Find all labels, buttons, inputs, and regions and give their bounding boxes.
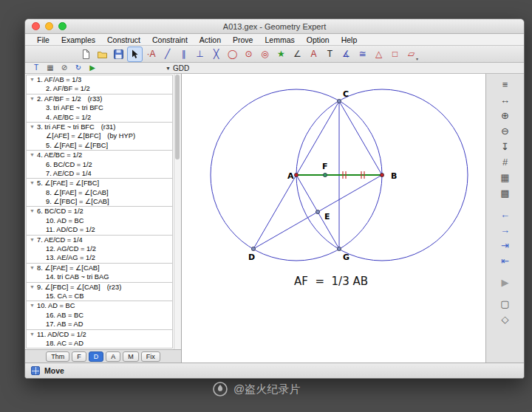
- collapse-icon[interactable]: ▼: [30, 301, 37, 310]
- undo-icon[interactable]: ←: [497, 207, 514, 221]
- diamond-icon[interactable]: ◇: [497, 312, 514, 326]
- list-icon[interactable]: ▦: [45, 63, 55, 73]
- collapse-icon[interactable]: ▼: [30, 264, 37, 272]
- zoom-window-button[interactable]: [58, 22, 66, 30]
- menu-lemmas[interactable]: Lemmas: [259, 35, 300, 44]
- point-f[interactable]: [323, 173, 327, 176]
- proof-step[interactable]: 5. ∠[FAE] = ∠[FBC]: [27, 141, 172, 150]
- point-b[interactable]: [380, 173, 383, 176]
- tree-scrollbar[interactable]: [174, 74, 181, 349]
- label-tool[interactable]: A: [306, 47, 321, 62]
- menu-examples[interactable]: Examples: [55, 35, 101, 44]
- step-end-icon[interactable]: ⇥: [497, 238, 514, 252]
- menu-help[interactable]: Help: [335, 35, 364, 44]
- proof-node[interactable]: ▼9. ∠[FBC] = ∠[CAB](r23): [27, 283, 172, 292]
- refresh-icon[interactable]: ↻: [73, 63, 83, 73]
- point-e[interactable]: [316, 210, 319, 213]
- conclusion-text[interactable]: AF = 1/3 AB: [294, 275, 368, 288]
- move-canvas-icon[interactable]: ↔: [497, 93, 514, 106]
- select-tool[interactable]: [127, 47, 143, 62]
- point-g[interactable]: [337, 247, 341, 250]
- open-file-icon[interactable]: [95, 47, 110, 62]
- segment[interactable]: [339, 101, 382, 175]
- proof-step[interactable]: 7. AE/CD = 1/4: [27, 169, 172, 178]
- polygon-tool[interactable]: ★: [273, 47, 289, 62]
- tab-thm[interactable]: Thm: [46, 351, 69, 362]
- proof-node[interactable]: ▼1. AF/AB = 1/3: [27, 75, 172, 84]
- proof-node[interactable]: ▼11. AD/CD = 1/2: [27, 330, 172, 339]
- geometry-canvas[interactable]: AF = 1/3 AB ABCFEDG: [182, 74, 485, 363]
- circle-center-tool[interactable]: ⊙: [241, 47, 256, 62]
- pin-icon[interactable]: ↧: [497, 140, 514, 153]
- proof-step[interactable]: 8. ∠[FAE] = ∠[CAB]: [27, 188, 172, 197]
- axes-icon[interactable]: ▩: [497, 186, 514, 199]
- measure-angle-tool[interactable]: ∡: [338, 47, 354, 62]
- proof-step[interactable]: 16. AB = BC: [27, 311, 172, 320]
- menu-file[interactable]: File: [31, 35, 55, 44]
- tab-a[interactable]: A: [106, 351, 120, 362]
- redo-icon[interactable]: →: [497, 223, 514, 236]
- proof-node[interactable]: ▼4. AE/BC = 1/2: [27, 151, 172, 159]
- tab-d[interactable]: D: [89, 351, 104, 362]
- proof-step[interactable]: 12. AG/CD = 1/2: [27, 244, 172, 253]
- scrollbar-thumb[interactable]: [175, 75, 180, 159]
- circle-3pt-tool[interactable]: ◎: [257, 47, 273, 62]
- menu-prove[interactable]: Prove: [227, 35, 259, 44]
- proof-step[interactable]: 10. AD = BC: [27, 216, 172, 225]
- intersection-tool[interactable]: ╳: [208, 47, 224, 62]
- zoom-in-icon[interactable]: ⊕: [497, 109, 514, 122]
- proof-node[interactable]: ▼2. AF/BF = 1/2(r33): [27, 95, 172, 103]
- point-tool[interactable]: ·A: [143, 47, 159, 62]
- collapse-icon[interactable]: ▼: [30, 75, 37, 84]
- proof-step[interactable]: 13. AE/AG = 1/2: [27, 253, 172, 262]
- collapse-icon[interactable]: ▼: [30, 123, 37, 131]
- menu-constraint[interactable]: Constraint: [146, 35, 194, 44]
- proof-node[interactable]: ▼10. AD = BC: [27, 301, 172, 310]
- congruence-tool[interactable]: ≅: [355, 47, 370, 62]
- proof-step[interactable]: 18. AC = AD: [27, 339, 172, 348]
- proof-step[interactable]: 17. AB = AD: [27, 320, 172, 329]
- close-button[interactable]: [32, 22, 40, 30]
- run-icon[interactable]: ▶: [87, 63, 98, 73]
- minimize-button[interactable]: [45, 22, 53, 30]
- tab-fix[interactable]: Fix: [141, 351, 160, 362]
- tab-m[interactable]: M: [123, 351, 139, 362]
- proof-step[interactable]: 3. tri AFE ~ tri BFC: [27, 103, 172, 112]
- proof-step[interactable]: 14. tri CAB ~ tri BAG: [27, 272, 172, 281]
- zoom-out-icon[interactable]: ⊖: [497, 124, 514, 137]
- snap-grid-icon[interactable]: ▦: [497, 171, 514, 184]
- proof-node[interactable]: ▼5. ∠[FAE] = ∠[FBC]: [27, 179, 172, 188]
- proof-node[interactable]: ▼3. tri AFE ~ tri BFC(r31): [27, 123, 172, 131]
- point-a[interactable]: [294, 173, 298, 176]
- proof-node[interactable]: ▼7. AE/CD = 1/4: [27, 236, 172, 244]
- parallel-tool[interactable]: ∥: [176, 47, 191, 62]
- circle-tool[interactable]: ◯: [225, 47, 240, 62]
- new-file-icon[interactable]: [78, 47, 94, 62]
- proof-step[interactable]: ∠[AFE] = ∠[BFC](by HYP): [27, 131, 172, 140]
- collapse-icon[interactable]: ▼: [30, 179, 37, 188]
- menu-option[interactable]: Option: [301, 35, 335, 44]
- square-tool[interactable]: □: [387, 47, 403, 62]
- play-animation-icon[interactable]: ▶: [497, 275, 514, 289]
- notes-icon[interactable]: ≡: [497, 78, 514, 91]
- collapse-icon[interactable]: ▼: [30, 95, 37, 103]
- angle-tool[interactable]: ∠: [290, 47, 305, 62]
- collapse-icon[interactable]: ▼: [30, 283, 37, 292]
- shape-menu-tool[interactable]: ▱▾: [403, 47, 419, 62]
- hide-icon[interactable]: ⊘: [59, 63, 69, 73]
- line-tool[interactable]: ╱: [160, 47, 175, 62]
- triangle-tool[interactable]: △: [371, 47, 386, 62]
- proof-step[interactable]: 2. AF/BF = 1/2: [27, 84, 172, 93]
- save-icon[interactable]: [111, 47, 126, 62]
- collapse-icon[interactable]: ▼: [30, 330, 37, 339]
- point-d[interactable]: [251, 247, 255, 250]
- menu-construct[interactable]: Construct: [101, 35, 146, 44]
- rect-region-icon[interactable]: ▢: [497, 297, 514, 310]
- text-style-icon[interactable]: T: [31, 63, 41, 73]
- proof-step[interactable]: 6. BC/CD = 1/2: [27, 160, 172, 169]
- collapse-icon[interactable]: ▼: [30, 207, 37, 216]
- proof-node[interactable]: ▼8. ∠[FAE] = ∠[CAB]: [27, 264, 172, 272]
- proof-step[interactable]: 15. CA = CB: [27, 292, 172, 301]
- text-tool[interactable]: T: [322, 47, 338, 62]
- proof-node[interactable]: ▼6. BC/CD = 1/2: [27, 207, 172, 216]
